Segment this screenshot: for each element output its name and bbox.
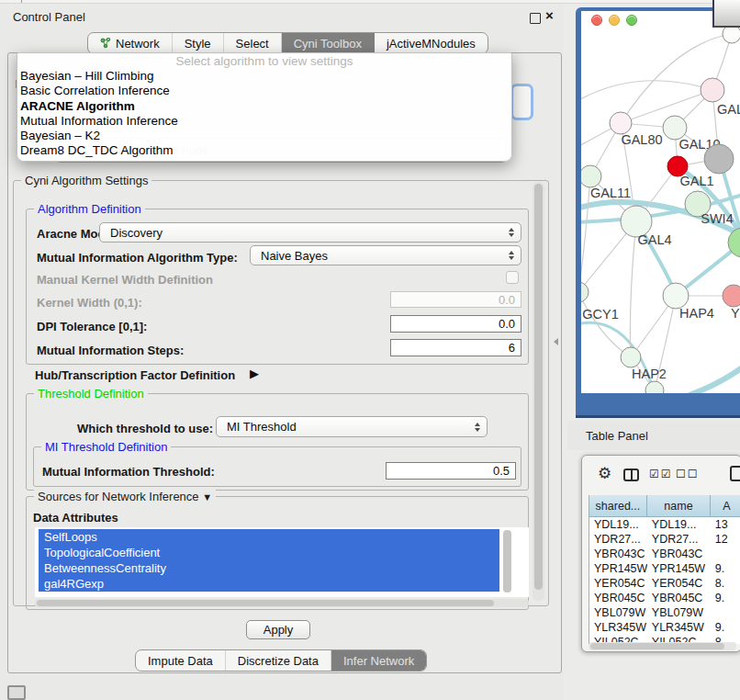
close-traffic-light[interactable] [591,15,602,26]
gear-icon[interactable]: ⚙ [598,464,611,483]
tab-label: Infer Network [343,654,414,668]
algorithm-option[interactable]: Bayesian – Hill Climbing [17,69,511,84]
algorithm-option[interactable]: Mutual Information Inference [17,114,511,129]
data-attribute-item[interactable]: gal4RGexp [39,576,499,592]
table-cell: 9. [711,561,740,576]
tab-label: Cyni Toolbox [294,37,362,51]
table-cell: 13 [711,517,740,532]
tab-infer-network[interactable]: Infer Network [331,650,426,671]
network-node[interactable] [645,381,664,393]
focused-combo-fragment[interactable] [513,86,531,118]
table-hscrollbar-thumb[interactable] [590,643,724,649]
table-row[interactable]: YDR27...YDR27...12 [589,532,740,547]
select-all-icon[interactable]: ☑☑ [649,468,673,480]
tab-select[interactable]: Select [224,33,282,53]
close-icon[interactable]: × [545,7,554,23]
node-label: GAL1 [679,174,713,188]
node-label: HAP4 [679,306,714,321]
network-node[interactable] [723,25,740,43]
settings-scrollbar-track[interactable] [533,182,544,601]
node-label: GAL4 [637,232,671,247]
settings-scrollbar-thumb[interactable] [534,184,543,590]
tab-label: Network [116,37,160,51]
table-row[interactable]: YER054CYER054C8. [589,576,740,591]
table-hscrollbar-track[interactable] [589,642,736,650]
table-row[interactable]: YLR345WYLR345W9. [589,620,740,635]
panel-icon[interactable] [730,466,740,481]
tab-jactivemnodules[interactable]: jActiveMNodules [375,33,488,53]
which-threshold-value: MI Threshold [227,420,297,434]
table-row[interactable]: YBL079WYBL079W [589,605,740,620]
tab-impute-data[interactable]: Impute Data [136,650,226,671]
tab-style[interactable]: Style [173,33,224,53]
data-attribute-item[interactable]: TopologicalCoefficient [39,545,499,560]
mi-type-combo[interactable]: Naive Bayes [250,245,521,265]
algorithm-option[interactable]: ARACNE Algorithm [17,99,511,114]
network-node-gal[interactable] [701,78,724,102]
table-cell: 8. [711,576,740,591]
network-node[interactable] [704,144,734,174]
tab-cyni-toolbox[interactable]: Cyni Toolbox [282,33,375,53]
network-node-gal80[interactable] [610,112,632,134]
table-column-header[interactable]: shared... [589,495,647,517]
control-panel-title: Control Panel [13,10,85,24]
network-node-hap4[interactable] [663,283,689,309]
data-attribute-item[interactable]: BetweennessCentrality [39,560,499,576]
table-row[interactable]: YBR043CYBR043C [589,547,740,561]
table-row[interactable]: YDL19...YDL19...13 [589,517,740,532]
algorithm-option[interactable]: Dream8 DC_TDC Algorithm [17,143,511,158]
algorithm-option[interactable]: Basic Correlation Inference [17,84,511,98]
table-row[interactable]: YBR045CYBR045C9. [589,591,740,605]
resize-handle-icon[interactable] [554,338,558,345]
floating-panel-icon[interactable] [7,685,26,700]
table-column-header[interactable]: A [711,495,740,517]
network-node-gcy1[interactable] [581,282,589,302]
minimize-traffic-light[interactable] [609,15,620,26]
algorithm-definition-title: Algorithm Definition [34,202,145,216]
table-cell: YDL19... [647,517,711,532]
table-cell: YER054C [589,576,647,591]
manual-kernel-checkbox[interactable] [506,271,519,284]
apply-button[interactable]: Apply [246,620,310,639]
cyni-algorithm-settings-title: Cyni Algorithm Settings [21,174,151,187]
network-node-hap2[interactable] [621,347,641,367]
collapse-arrow-icon[interactable]: ▼ [202,491,212,502]
attributes-scrollbar-thumb[interactable] [503,530,511,593]
background-window-fragment [712,0,740,28]
threshold-definition-title: Threshold Definition [34,387,148,401]
float-icon[interactable] [530,13,541,24]
application-window: Control Panel × Inference Algorithm galF… [0,0,740,700]
kernel-width-field[interactable]: 0.0 [390,291,521,308]
columns-icon[interactable] [623,469,639,481]
algorithm-option[interactable]: Bayesian – K2 [17,129,511,143]
deselect-all-icon[interactable]: ☐☐ [676,468,700,480]
expand-arrow-icon[interactable]: ▶ [250,367,259,380]
data-attributes-label: Data Attributes [33,511,118,525]
aracne-mode-value: Discovery [110,226,163,240]
attributes-hscrollbar-thumb[interactable] [37,600,494,606]
table-row[interactable]: YPR145WYPR145W9. [589,561,740,576]
tab-discretize-data[interactable]: Discretize Data [226,650,331,671]
control-panel-tabs: NetworkStyleSelectCyni ToolboxjActiveMNo… [87,32,488,54]
network-nodes: GALGAL80GAL10GAL1GAL11SWI4GAL4GCY1HAP4YH… [581,25,740,393]
mi-threshold-value: 0.5 [493,464,510,478]
network-node-y[interactable] [723,285,740,307]
node-label: HAP2 [632,367,667,381]
network-node-gal11[interactable] [581,165,601,187]
zoom-traffic-light[interactable] [626,15,637,26]
dpi-tolerance-label: DPI Tolerance [0,1]: [37,320,147,333]
table-cell: YBL079W [647,605,711,620]
attributes-hscrollbar-track[interactable] [35,599,529,607]
cyni-bottom-tabs: Impute DataDiscretize DataInfer Network [135,649,427,672]
mi-threshold-field[interactable]: 0.5 [386,462,516,480]
which-threshold-combo[interactable]: MI Threshold [216,416,488,437]
top-sliver-tick [21,0,22,3]
dpi-tolerance-field[interactable]: 0.0 [390,315,521,333]
network-canvas[interactable]: GALGAL80GAL10GAL1GAL11SWI4GAL4GCY1HAP4YH… [581,11,740,393]
mi-steps-field[interactable]: 6 [390,339,521,356]
tab-network[interactable]: Network [88,33,173,53]
aracne-mode-combo[interactable]: Discovery [99,222,521,243]
table-cell: 9. [711,591,740,605]
table-column-header[interactable]: name [647,495,711,517]
data-attribute-item[interactable]: SelfLoops [39,529,499,545]
